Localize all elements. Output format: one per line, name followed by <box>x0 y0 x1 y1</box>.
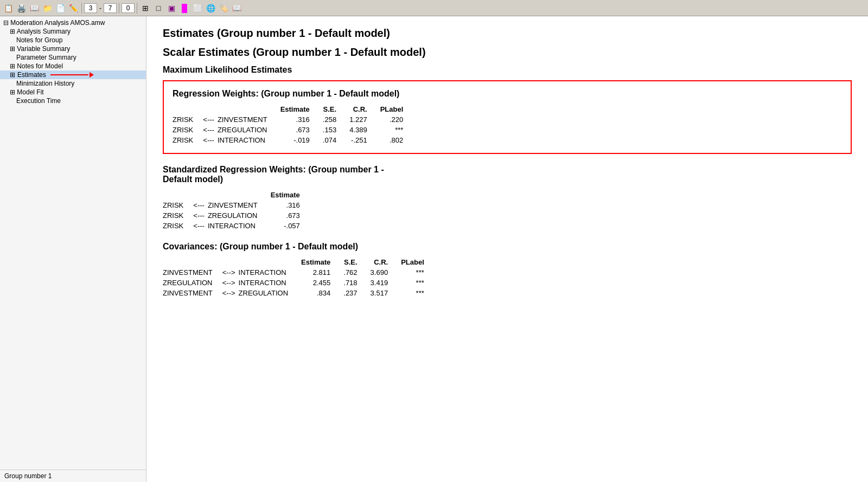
reg-pred: INTERACTION <box>218 135 274 145</box>
reg-pred: ZREGULATION <box>218 125 274 135</box>
cov-col-cr: C.R. <box>364 257 395 267</box>
toolbar-dash-1: - <box>99 4 101 12</box>
toolbar-sep-3 <box>137 3 137 14</box>
cov-p: *** <box>394 288 431 298</box>
toolbar-icon-6[interactable]: ✏️ <box>67 2 79 14</box>
cov-col-arrow <box>219 257 239 267</box>
tree-item-notes-for-model[interactable]: ⊞ Notes for Model <box>0 62 146 70</box>
regression-weights-box: Regression Weights: (Group number 1 - De… <box>163 80 852 154</box>
cov-se: .718 <box>337 278 363 288</box>
col-header-se: S.E. <box>316 104 343 114</box>
reg-cr: -.251 <box>343 135 374 145</box>
std-regression-row: ZRISK <--- INTERACTION -.057 <box>163 221 307 231</box>
covariances-title: Covariances: (Group number 1 - Default m… <box>163 242 852 252</box>
toolbar-icon-5[interactable]: 📄 <box>54 2 66 14</box>
toolbar-icon-2[interactable]: 🖨️ <box>15 2 27 14</box>
reg-se: .074 <box>316 135 343 145</box>
tree-item-variable-summary[interactable]: ⊞ Variable Summary <box>0 44 146 53</box>
cov-col-empty2 <box>239 257 295 267</box>
toolbar-fill-icon[interactable]: ▣ <box>165 2 177 14</box>
tree-item-analysis-summary[interactable]: ⊞ Analysis Summary <box>0 27 146 36</box>
ml-title: Maximum Likelihood Estimates <box>163 65 852 75</box>
std-regression-row: ZRISK <--- ZREGULATION .673 <box>163 210 307 221</box>
std-estimate: .673 <box>264 210 307 221</box>
tree-label-model-fit: Model Fit <box>17 88 43 96</box>
std-dep: ZRISK <box>163 200 190 210</box>
cov-pred: ZREGULATION <box>239 288 295 298</box>
cov-dep: ZINVESTMENT <box>163 267 219 278</box>
regression-row: ZRISK <--- ZREGULATION .673 .153 4.389 *… <box>173 125 410 135</box>
cov-col-empty1 <box>163 257 219 267</box>
toolbar-num-2[interactable] <box>104 3 117 13</box>
covariances-table: Estimate S.E. C.R. PLabel ZINVESTMENT <-… <box>163 257 431 298</box>
toolbar-web-icon[interactable]: 🌐 <box>205 2 216 14</box>
toolbar: 📋 🖨️ 📖 📁 📄 ✏️ - ⊞ □ ▣ █ ⬜ 🌐 🏷️ 📖 <box>0 0 868 16</box>
tree-item-root[interactable]: ⊟ Moderation Analysis AMOS.amw <box>0 18 146 27</box>
toolbar-num-1[interactable] <box>84 3 97 13</box>
reg-se: .258 <box>316 114 343 125</box>
covariance-row: ZINVESTMENT <--> ZREGULATION .834 .237 3… <box>163 288 431 298</box>
toolbar-num-3[interactable] <box>122 3 135 13</box>
cov-p: *** <box>394 267 431 278</box>
cov-p: *** <box>394 278 431 288</box>
right-panel: Estimates (Group number 1 - Default mode… <box>146 16 868 482</box>
cov-estimate: .834 <box>295 288 337 298</box>
cov-dep: ZINVESTMENT <box>163 288 219 298</box>
tree-label-estimates: Estimates <box>17 71 46 79</box>
reg-estimate: -.019 <box>274 135 316 145</box>
std-arrow: <--- <box>190 221 208 231</box>
cov-cr: 3.419 <box>364 278 395 288</box>
std-estimate: -.057 <box>264 221 307 231</box>
tree-expand-estimates: ⊞ <box>10 71 15 79</box>
reg-arrow: <--- <box>200 135 218 145</box>
std-regression-title: Standardized Regression Weights: (Group … <box>163 165 852 184</box>
group-label: Group number 1 <box>4 472 52 480</box>
reg-cr: 1.227 <box>343 114 374 125</box>
toolbar-book-icon[interactable]: 📖 <box>231 2 242 14</box>
std-arrow: <--- <box>190 210 208 221</box>
toolbar-tag-icon[interactable]: 🏷️ <box>218 2 229 14</box>
tree-item-model-fit[interactable]: ⊞ Model Fit <box>0 88 146 97</box>
regression-row: ZRISK <--- ZINVESTMENT .316 .258 1.227 .… <box>173 114 410 125</box>
regression-title: Regression Weights: (Group number 1 - De… <box>173 89 842 99</box>
toolbar-icon-4[interactable]: 📁 <box>41 2 53 14</box>
reg-p: .802 <box>374 135 410 145</box>
main-area: ⊟ Moderation Analysis AMOS.amw ⊞ Analysi… <box>0 16 868 482</box>
col-header-estimate: Estimate <box>274 104 316 114</box>
toolbar-icon-1[interactable]: 📋 <box>2 2 14 14</box>
std-col-arrow <box>190 190 208 200</box>
std-col-estimate: Estimate <box>264 190 307 200</box>
toolbar-sep-2 <box>119 3 119 14</box>
tree-item-estimates[interactable]: ⊞ Estimates <box>0 70 146 79</box>
cov-arrow: <--> <box>219 278 239 288</box>
toolbar-green-icon[interactable]: ⬜ <box>192 2 203 14</box>
covariance-row: ZINVESTMENT <--> INTERACTION 2.811 .762 … <box>163 267 431 278</box>
regression-table: Estimate S.E. C.R. PLabel ZRISK <--- ZIN… <box>173 104 410 145</box>
reg-dep: ZRISK <box>173 125 200 135</box>
cov-arrow: <--> <box>219 267 239 278</box>
cov-estimate: 2.811 <box>295 267 337 278</box>
tree-expand-notes-model: ⊞ <box>10 62 17 70</box>
toolbar-magenta-icon[interactable]: █ <box>178 2 190 14</box>
tree-label-execution-time: Execution Time <box>16 97 61 105</box>
reg-estimate: .673 <box>274 125 316 135</box>
cov-se: .762 <box>337 267 363 278</box>
std-pred: INTERACTION <box>208 221 264 231</box>
tree-item-minimization-history[interactable]: Minimization History <box>0 79 146 88</box>
bottom-status: Group number 1 <box>0 470 146 482</box>
col-header-arrow1 <box>200 104 218 114</box>
std-regression-section: Standardized Regression Weights: (Group … <box>163 165 852 231</box>
regression-row: ZRISK <--- INTERACTION -.019 .074 -.251 … <box>173 135 410 145</box>
cov-dep: ZREGULATION <box>163 278 219 288</box>
tree-label-analysis: Analysis Summary <box>17 28 71 35</box>
toolbar-grid-icon[interactable]: ⊞ <box>139 2 151 14</box>
cov-pred: INTERACTION <box>239 278 295 288</box>
cov-col-estimate: Estimate <box>295 257 337 267</box>
tree-expand-root: ⊟ <box>3 19 10 27</box>
tree-item-parameter-summary[interactable]: Parameter Summary <box>0 53 146 62</box>
tree-item-notes-for-group[interactable]: Notes for Group <box>0 36 146 44</box>
main-title: Estimates (Group number 1 - Default mode… <box>163 27 852 40</box>
toolbar-icon-3[interactable]: 📖 <box>28 2 40 14</box>
toolbar-box-icon[interactable]: □ <box>152 2 164 14</box>
tree-item-execution-time[interactable]: Execution Time <box>0 97 146 105</box>
